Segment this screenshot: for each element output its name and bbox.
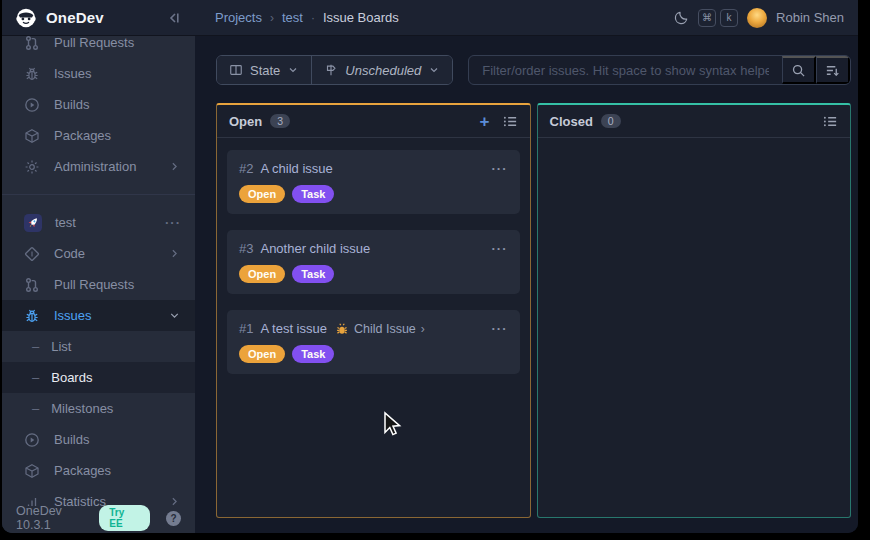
play-circle-icon [24,97,40,113]
state-badge-open[interactable]: Open [239,265,285,283]
bug-icon [24,308,40,324]
sidebar-item-project-builds[interactable]: Builds [2,424,195,455]
card-more-icon[interactable]: ··· [492,245,508,253]
column-title: Closed [550,114,593,129]
issue-number: #2 [239,161,253,176]
sidebar-item-label: Pull Requests [54,36,134,50]
code-icon [24,246,40,262]
onedev-logo-icon [15,7,37,29]
search-button[interactable] [782,56,816,84]
sidebar-item-issues[interactable]: Issues [2,58,195,89]
sidebar-subitem-boards[interactable]: – Boards [2,362,195,393]
play-circle-icon [24,432,40,448]
board-select-button[interactable]: State [217,56,311,84]
sort-button[interactable] [816,56,850,84]
chevron-right-icon [168,160,181,173]
column-list-icon[interactable] [503,114,518,129]
pull-request-icon [24,36,40,51]
open-bug-icon [335,322,349,336]
sidebar-item-label: Issues [54,66,92,81]
column-body: #2 A child issue ··· Open Task #3 Anothe… [217,138,530,402]
sidebar-item-project-test[interactable]: test ··· [2,207,195,238]
sidebar-item-project-pull-requests[interactable]: Pull Requests [2,269,195,300]
milestone-select-label: Unscheduled [345,63,421,78]
sidebar-project-name: test [55,215,76,230]
chevron-right-icon [168,247,181,260]
issue-card[interactable]: #3 Another child issue ··· Open Task [227,230,520,294]
sidebar-item-label: Packages [54,128,111,143]
sidebar-divider [2,194,195,195]
sidebar-item-pull-requests[interactable]: Pull Requests [2,36,195,58]
sidebar-item-builds[interactable]: Builds [2,89,195,120]
board-column-closed: Closed 0 [537,103,852,518]
dash-icon: – [32,339,39,354]
issue-number: #3 [239,241,253,256]
board-select-label: State [250,63,280,78]
child-issue-link[interactable]: Child Issue › [335,322,425,336]
project-rocket-avatar [24,214,42,232]
project-more-icon[interactable]: ··· [165,215,181,230]
label-badge-task[interactable]: Task [292,345,334,363]
issue-card[interactable]: #1 A test issue Child Issue [227,310,520,374]
sidebar-item-label: Pull Requests [54,277,134,292]
state-badge-open[interactable]: Open [239,185,285,203]
label-badge-task[interactable]: Task [292,185,334,203]
chevron-down-icon [168,309,181,322]
kbd-k-key: k [720,9,738,27]
sidebar-item-code[interactable]: Code [2,238,195,269]
app-window: OneDev Projects › test · Issue Boards ⌘ … [2,0,858,533]
column-count-badge: 3 [270,114,290,128]
label-badge-task[interactable]: Task [292,265,334,283]
sidebar-item-administration[interactable]: Administration [2,151,195,182]
user-name[interactable]: Robin Shen [776,10,844,25]
sidebar-item-label: Builds [54,432,89,447]
help-icon[interactable]: ? [166,511,181,526]
board-toolbar: State Unscheduled [216,55,851,85]
card-more-icon[interactable]: ··· [492,325,508,333]
sidebar-item-project-packages[interactable]: Packages [2,455,195,486]
column-list-icon[interactable] [823,114,838,129]
milestone-select-button[interactable]: Unscheduled [311,56,452,84]
sidebar-subitem-list[interactable]: – List [2,331,195,362]
chevron-down-icon [287,64,299,76]
state-badge-open[interactable]: Open [239,345,285,363]
sidebar-item-label: List [51,339,71,354]
sidebar-collapse-icon[interactable] [166,10,182,26]
chevron-right-icon: › [421,322,425,336]
breadcrumb-projects-link[interactable]: Projects [215,10,262,25]
sidebar-item-project-issues[interactable]: Issues [2,300,195,331]
sidebar-item-label: Packages [54,463,111,478]
card-more-icon[interactable]: ··· [492,165,508,173]
user-avatar[interactable] [747,8,767,28]
sidebar-subitem-milestones[interactable]: – Milestones [2,393,195,424]
chevron-down-icon [428,64,440,76]
sidebar-item-label: Code [54,246,85,261]
dash-icon: – [32,401,39,416]
issue-card[interactable]: #2 A child issue ··· Open Task [227,150,520,214]
column-header: Open 3 + [217,105,530,138]
breadcrumb-page-title: Issue Boards [323,10,399,25]
issue-title[interactable]: A child issue [260,161,332,176]
issue-title[interactable]: Another child issue [260,241,370,256]
board-column-open: Open 3 + #2 A child issue [216,103,531,518]
app-title: OneDev [46,9,104,26]
kbd-cmd-key: ⌘ [698,9,716,27]
breadcrumb-separator-icon: · [311,11,315,25]
add-issue-button[interactable]: + [480,113,490,130]
try-ee-badge[interactable]: Try EE [99,505,150,531]
breadcrumb-project-link[interactable]: test [282,10,303,25]
filter-input[interactable] [469,56,782,84]
sidebar-item-label: Builds [54,97,89,112]
gear-icon [24,159,40,175]
package-icon [24,128,40,144]
dark-mode-moon-icon[interactable] [674,10,689,25]
package-icon [24,463,40,479]
version-label: OneDev 10.3.1 [16,504,99,532]
sidebar-item-label: Administration [54,159,136,174]
issue-title[interactable]: A test issue [260,321,326,336]
sidebar-item-label: Issues [54,308,92,323]
sidebar-item-packages[interactable]: Packages [2,120,195,151]
board-selectors: State Unscheduled [216,55,453,85]
sidebar-item-label: Boards [51,370,92,385]
header-actions: ⌘ k Robin Shen [674,8,858,28]
